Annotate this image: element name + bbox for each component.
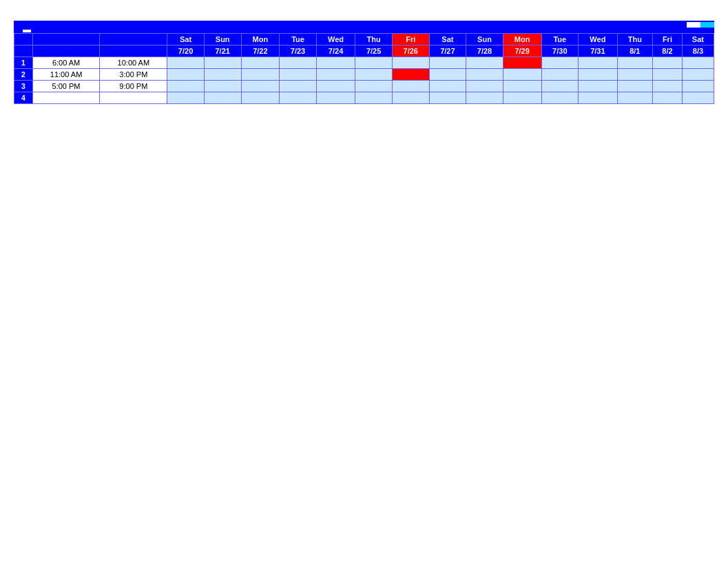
availability-cell-r0-c9 xyxy=(503,57,541,69)
availability-cell-r1-c8 xyxy=(466,69,503,81)
date-header-7-31: 7/31 xyxy=(579,45,617,57)
availability-cell-r3-c11 xyxy=(579,92,617,104)
availability-cell-r0-c8 xyxy=(466,57,503,69)
availability-cell-r3-c2 xyxy=(241,92,280,104)
availability-cell-r1-c1 xyxy=(204,69,241,81)
availability-cell-r0-c1 xyxy=(204,57,241,69)
day-header-wed-4: Wed xyxy=(316,34,355,45)
availability-cell-r0-c10 xyxy=(541,57,579,69)
availability-cell-r0-c4 xyxy=(316,57,355,69)
availability-cell-r0-c14 xyxy=(682,57,714,69)
availability-cell-r2-c4 xyxy=(316,81,355,92)
availability-cell-r2-c10 xyxy=(541,81,579,92)
date-header-row: 7/207/217/227/237/247/257/267/277/287/29… xyxy=(14,45,714,57)
availability-cell-r1-c3 xyxy=(280,69,317,81)
availability-cell-r0-c6 xyxy=(392,57,429,69)
availability-cell-r2-c12 xyxy=(617,81,652,92)
date-header-8-1: 8/1 xyxy=(617,45,652,57)
table-body: 16:00 AM10:00 AM211:00 AM3:00 PM35:00 PM… xyxy=(14,57,714,104)
availability-cell-r1-c14 xyxy=(682,69,714,81)
day-header-mon-9: Mon xyxy=(503,34,541,45)
end-date-badge xyxy=(700,22,714,28)
page-title xyxy=(14,21,687,29)
availability-cell-r0-c0 xyxy=(167,57,205,69)
day-header-sat-14: Sat xyxy=(682,34,714,45)
day-header-sun-1: Sun xyxy=(204,34,241,45)
availability-cell-r2-c7 xyxy=(429,81,466,92)
availability-cell-r3-c0 xyxy=(167,92,205,104)
ref-start-value xyxy=(22,29,32,33)
start-date-badge xyxy=(687,22,700,28)
availability-cell-r3-c12 xyxy=(617,92,652,104)
availability-cell-r2-c9 xyxy=(503,81,541,92)
availability-cell-r3-c9 xyxy=(503,92,541,104)
availability-cell-r1-c12 xyxy=(617,69,652,81)
start-time-cell: 11:00 AM xyxy=(32,69,100,81)
availability-cell-r1-c7 xyxy=(429,69,466,81)
date-header-8-3: 8/3 xyxy=(682,45,714,57)
availability-table: SatSunMonTueWedThuFriSatSunMonTueWedThuF… xyxy=(14,33,714,104)
start-time-cell: 5:00 PM xyxy=(32,81,100,92)
availability-cell-r1-c9 xyxy=(503,69,541,81)
availability-cell-r2-c3 xyxy=(280,81,317,92)
end-time-cell: 3:00 PM xyxy=(100,69,167,81)
day-header-sun-8: Sun xyxy=(466,34,503,45)
end-time-cell: 10:00 AM xyxy=(100,57,167,69)
availability-cell-r3-c1 xyxy=(204,92,241,104)
end-time-header xyxy=(100,34,167,45)
date-header-7-29: 7/29 xyxy=(503,45,541,57)
availability-cell-r0-c7 xyxy=(429,57,466,69)
end-time-cell: 9:00 PM xyxy=(100,81,167,92)
availability-cell-r3-c4 xyxy=(316,92,355,104)
availability-cell-r2-c0 xyxy=(167,81,205,92)
availability-cell-r3-c5 xyxy=(355,92,393,104)
ref-start-label xyxy=(14,29,22,33)
day-header-thu-12: Thu xyxy=(617,34,652,45)
availability-cell-r3-c10 xyxy=(541,92,579,104)
availability-cell-r1-c11 xyxy=(579,69,617,81)
day-header-tue-3: Tue xyxy=(280,34,317,45)
date-header-7-26: 7/26 xyxy=(392,45,429,57)
period-cell: 3 xyxy=(14,81,33,92)
availability-cell-r2-c11 xyxy=(579,81,617,92)
day-header-thu-5: Thu xyxy=(355,34,393,45)
date-header-7-30: 7/30 xyxy=(541,45,579,57)
availability-cell-r1-c2 xyxy=(241,69,280,81)
availability-cell-r0-c3 xyxy=(280,57,317,69)
availability-cell-r1-c13 xyxy=(653,69,683,81)
availability-cell-r0-c13 xyxy=(653,57,683,69)
availability-cell-r1-c4 xyxy=(316,69,355,81)
ref-number xyxy=(32,30,40,32)
availability-cell-r0-c2 xyxy=(241,57,280,69)
availability-cell-r1-c6 xyxy=(392,69,429,81)
start-time-header xyxy=(32,34,100,45)
period-header xyxy=(14,34,33,45)
day-header-wed-11: Wed xyxy=(579,34,617,45)
availability-cell-r0-c5 xyxy=(355,57,393,69)
end-time-cell xyxy=(100,92,167,104)
day-header-sat-7: Sat xyxy=(429,34,466,45)
period-cell: 4 xyxy=(14,92,33,104)
day-header-sat-0: Sat xyxy=(167,34,205,45)
availability-cell-r2-c6 xyxy=(392,81,429,92)
table-row: 211:00 AM3:00 PM xyxy=(14,69,714,81)
availability-cell-r3-c3 xyxy=(280,92,317,104)
date-header-7-25: 7/25 xyxy=(355,45,393,57)
availability-cell-r0-c12 xyxy=(617,57,652,69)
day-header-tue-10: Tue xyxy=(541,34,579,45)
day-header-fri-13: Fri xyxy=(653,34,683,45)
date-header-7-23: 7/23 xyxy=(280,45,317,57)
availability-cell-r1-c0 xyxy=(167,69,205,81)
date-header-7-28: 7/28 xyxy=(466,45,503,57)
availability-cell-r3-c14 xyxy=(682,92,714,104)
availability-cell-r2-c13 xyxy=(653,81,683,92)
availability-cell-r1-c5 xyxy=(355,69,393,81)
period-cell: 2 xyxy=(14,69,33,81)
availability-cell-r2-c5 xyxy=(355,81,393,92)
table-row: 16:00 AM10:00 AM xyxy=(14,57,714,69)
title-bar xyxy=(14,21,714,29)
date-header-7-24: 7/24 xyxy=(316,45,355,57)
date-header-7-20: 7/20 xyxy=(167,45,205,57)
availability-cell-r2-c1 xyxy=(204,81,241,92)
table-row: 4 xyxy=(14,92,714,104)
